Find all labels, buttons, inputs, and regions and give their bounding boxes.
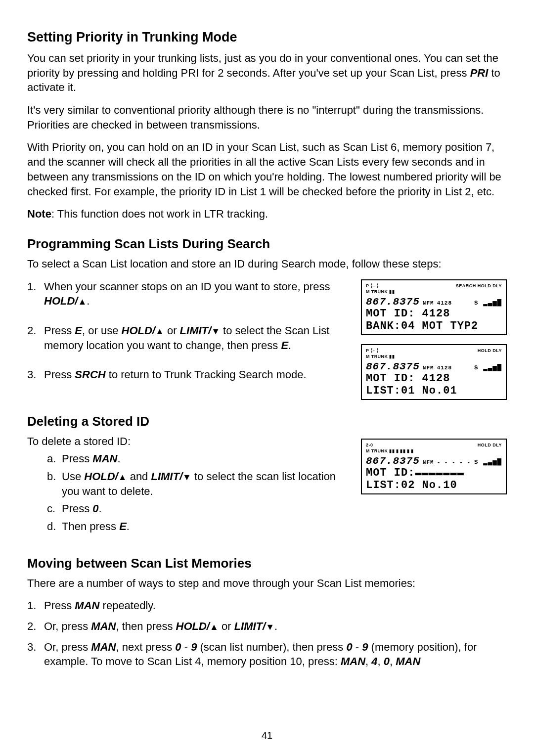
lcd-indicator: HOLD DLY xyxy=(478,443,502,447)
key-0: 0 xyxy=(92,502,98,515)
key-man: MAN xyxy=(396,655,420,667)
lcd-channel: 4128 xyxy=(437,365,452,371)
note-text: : This function does not work in LTR tra… xyxy=(51,208,268,220)
text: . xyxy=(274,620,277,632)
step-1: When your scanner stops on an ID you wan… xyxy=(27,279,346,309)
key-man: MAN xyxy=(91,620,116,632)
lcd-mode: NFM xyxy=(423,459,434,465)
lcd-indicator: M TRUNK ▮▮ xyxy=(366,354,502,359)
lcd-line: BANK:04 MOT TYP2 xyxy=(366,320,502,332)
heading-setting-priority: Setting Priority in Trunking Mode xyxy=(27,30,507,45)
heading-deleting-id: Deleting a Stored ID xyxy=(27,414,346,429)
text: Press xyxy=(44,368,75,381)
lcd-line: MOT ID:▬▬▬▬▬▬▬ xyxy=(366,467,502,479)
text: Or, press xyxy=(44,620,91,632)
heading-moving-memories: Moving between Scan List Memories xyxy=(27,556,507,571)
paragraph: With Priority on, you can hold on an ID … xyxy=(27,140,507,199)
lcd-line: MOT ID: 4128 xyxy=(366,308,502,320)
down-triangle-icon: ▼ xyxy=(266,622,274,632)
paragraph: To select a Scan List location and store… xyxy=(27,257,507,271)
text: and xyxy=(127,470,151,483)
signal-icon: s ▂▃▅▇ xyxy=(474,457,502,466)
lcd-line: LIST:02 No.10 xyxy=(366,479,502,491)
step-row: When your scanner stops on an ID you wan… xyxy=(27,279,507,409)
heading-programming-scan-lists: Programming Scan Lists During Search xyxy=(27,236,507,252)
lcd-indicator: SEARCH HOLD DLY xyxy=(456,283,502,288)
step-2: Press E, or use HOLD/▲ or LIMIT/▼ to sel… xyxy=(27,323,346,353)
key-0: 0 xyxy=(175,641,181,653)
lcd-mode: NFM xyxy=(423,365,434,371)
text: , then press xyxy=(116,620,176,632)
lcd-line: MOT ID: 4128 xyxy=(366,372,502,385)
text: to return to Trunk Tracking Search mode. xyxy=(106,368,307,381)
move-step-1: Press MAN repeatedly. xyxy=(27,598,507,613)
move-step-2: Or, press MAN, then press HOLD/▲ or LIMI… xyxy=(27,619,507,634)
lcd-frequency: 867.8375 xyxy=(366,361,420,372)
step-3: Press SRCH to return to Trunk Tracking S… xyxy=(27,367,346,382)
key-hold: HOLD/▲ xyxy=(176,620,219,632)
note-label: Note xyxy=(27,208,51,220)
key-pri: PRI xyxy=(470,67,489,79)
document-page: Setting Priority in Trunking Mode You ca… xyxy=(0,0,534,756)
text: You can set priority in your trunking li… xyxy=(27,52,498,79)
text: . xyxy=(288,339,291,352)
text: When your scanner stops on an ID you wan… xyxy=(44,280,330,293)
key-0: 0 xyxy=(346,641,352,653)
lcd-line: LIST:01 No.01 xyxy=(366,385,502,397)
text: , xyxy=(378,655,384,667)
key-man: MAN xyxy=(92,452,117,465)
key-0: 0 xyxy=(384,655,390,667)
up-triangle-icon: ▲ xyxy=(210,622,219,632)
key-hold: HOLD/▲ xyxy=(84,470,127,483)
down-triangle-icon: ▼ xyxy=(211,326,220,336)
lcd-channel: 4128 xyxy=(437,300,452,306)
substep-b: Use HOLD/▲ and LIMIT/▼ to select the sca… xyxy=(47,469,346,498)
key-hold: HOLD/▲ xyxy=(44,295,87,307)
key-e: E xyxy=(281,339,288,352)
text: Press xyxy=(44,324,75,337)
lcd-column: 2-0HOLD DLY M TRUNK ▮▮ ▮ ▮▮ ▮ ▮ 867.8375… xyxy=(361,409,507,503)
lcd-indicator: HOLD DLY xyxy=(478,348,502,353)
text: . xyxy=(99,502,102,515)
lcd-indicator: P ╎- ╎ xyxy=(366,283,379,288)
key-limit: LIMIT/▼ xyxy=(151,470,191,483)
lcd-frequency: 867.8375 xyxy=(366,455,420,467)
text: . xyxy=(117,452,120,465)
paragraph: You can set priority in your trunking li… xyxy=(27,51,507,95)
text: , xyxy=(390,655,396,667)
text: or xyxy=(219,620,234,632)
lcd-column: P ╎- ╎SEARCH HOLD DLY M TRUNK ▮▮ 867.837… xyxy=(361,279,507,409)
lcd-channel: - - - - - xyxy=(437,459,471,465)
down-triangle-icon: ▼ xyxy=(182,472,191,482)
key-man: MAN xyxy=(341,655,365,667)
key-9: 9 xyxy=(362,641,368,653)
up-triangle-icon: ▲ xyxy=(78,297,87,307)
lcd-display-3: 2-0HOLD DLY M TRUNK ▮▮ ▮ ▮▮ ▮ ▮ 867.8375… xyxy=(361,439,507,494)
key-e: E xyxy=(75,324,82,337)
delete-row: Deleting a Stored ID To delete a stored … xyxy=(27,409,507,541)
text: or xyxy=(164,324,180,337)
text: Press xyxy=(62,452,92,465)
paragraph: It's very similar to conventional priori… xyxy=(27,103,507,132)
key-srch: SRCH xyxy=(75,368,105,381)
lcd-indicator: P ╎- ╎ xyxy=(366,348,379,353)
page-number: 41 xyxy=(0,730,534,741)
text: Or, press xyxy=(44,641,91,653)
key-man: MAN xyxy=(91,641,116,653)
key-9: 9 xyxy=(191,641,197,653)
text: - xyxy=(353,641,362,653)
key-limit: LIMIT/▼ xyxy=(234,620,274,632)
lcd-indicator: 2-0 xyxy=(366,443,373,447)
text: , next press xyxy=(116,641,175,653)
lcd-frequency: 867.8375 xyxy=(366,296,420,308)
paragraph: To delete a stored ID: xyxy=(27,434,346,449)
key-limit: LIMIT/▼ xyxy=(180,324,220,337)
text: , xyxy=(365,655,371,667)
key-man: MAN xyxy=(75,599,99,612)
lcd-indicator: M TRUNK ▮▮ ▮ ▮▮ ▮ ▮ xyxy=(366,448,502,453)
text: (scan list number), then press xyxy=(197,641,346,653)
text: Press xyxy=(62,502,92,515)
signal-icon: s ▂▃▅▇ xyxy=(474,298,502,307)
up-triangle-icon: ▲ xyxy=(155,326,164,336)
note: Note: This function does not work in LTR… xyxy=(27,207,507,222)
